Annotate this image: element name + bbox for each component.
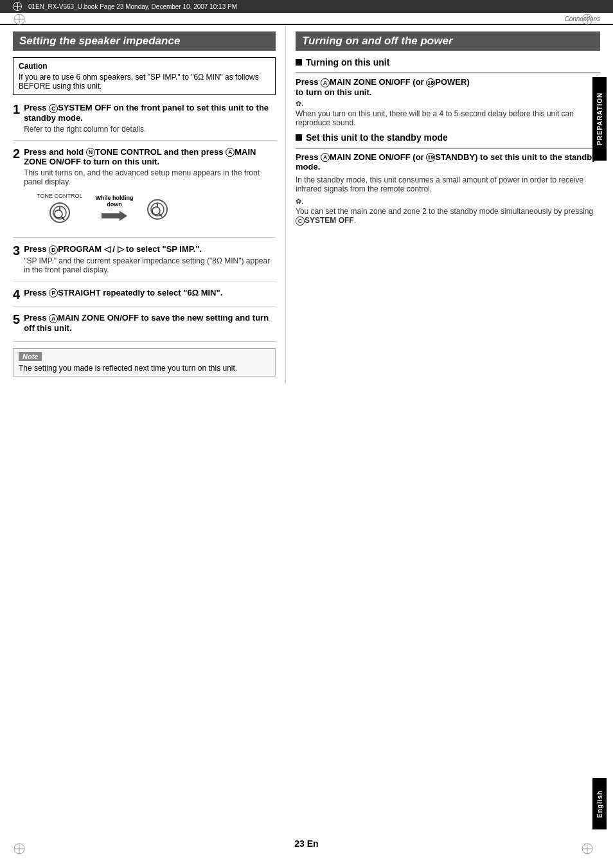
- step-1-desc: Refer to the right column for details.: [24, 125, 276, 134]
- step-3-number: 3: [13, 244, 20, 257]
- circle-a2: A: [49, 314, 58, 323]
- step-1-number: 1: [13, 103, 20, 116]
- note-title: Note: [19, 352, 42, 361]
- page-number: 23 En: [294, 838, 318, 849]
- subsection-title-2: Set this unit to the standby mode: [306, 132, 448, 143]
- connections-header: Connections: [0, 13, 613, 25]
- divider-2: [296, 148, 600, 148]
- body-text-2: In the standby mode, this unit consumes …: [296, 175, 600, 193]
- corner-crosshair-tl: [13, 13, 26, 26]
- step-5: 5 Press AMAIN ZONE ON/OFF to save the ne…: [13, 313, 276, 342]
- subsection-heading-1: Turning on this unit: [296, 57, 600, 67]
- step-4-content: Press PSTRAIGHT repeatedly to select "6Ω…: [24, 288, 276, 300]
- step-3-title: Press DPROGRAM ◁ / ▷ to select "SP IMP."…: [24, 244, 276, 254]
- file-info: 01EN_RX-V563_U.book Page 23 Monday, Dece…: [28, 3, 237, 10]
- svg-point-15: [55, 210, 62, 218]
- right-section-title: Turning on and off the power: [296, 31, 600, 51]
- note-star-1: ✿.: [296, 100, 600, 108]
- caution-text: If you are to use 6 ohm speakers, set "S…: [19, 73, 270, 91]
- press-instruction-1: Press AMAIN ZONE ON/OFF (or 18POWER)to t…: [296, 77, 600, 97]
- circle-d: D: [49, 245, 58, 254]
- english-sidebar: English: [592, 778, 607, 829]
- circle-a: A: [226, 148, 235, 157]
- corner-crosshair-tr: [581, 13, 594, 26]
- left-column: Setting the speaker impedance Caution If…: [10, 25, 286, 383]
- subsection-title-1: Turning on this unit: [306, 57, 389, 67]
- step-1: 1 Press CSYSTEM OFF on the front panel t…: [13, 103, 276, 141]
- caution-title: Caution: [19, 62, 270, 71]
- circle-a4: A: [321, 153, 330, 162]
- step-2-number: 2: [13, 147, 20, 160]
- step-1-title: Press CSYSTEM OFF on the front panel to …: [24, 103, 276, 123]
- step-2: 2 Press and hold NTONE CONTROL and then …: [13, 147, 276, 238]
- circle-a3: A: [321, 78, 330, 87]
- step-5-number: 5: [13, 313, 20, 326]
- arrow-right-icon: [102, 209, 127, 222]
- svg-marker-17: [102, 211, 127, 221]
- note-text-1: When you turn on this unit, there will b…: [296, 109, 600, 127]
- divider-1: [296, 73, 600, 73]
- circle-19: 19: [426, 153, 435, 162]
- circle-p: P: [49, 288, 58, 297]
- note-box: Note The setting you made is reflected n…: [13, 348, 276, 376]
- caution-box: Caution If you are to use 6 ohm speakers…: [13, 57, 276, 95]
- while-holding-label: While holdingdown: [95, 195, 133, 208]
- main-content: Setting the speaker impedance Caution If…: [0, 25, 613, 383]
- top-meta-bar: 01EN_RX-V563_U.book Page 23 Monday, Dece…: [0, 0, 613, 13]
- step-5-content: Press AMAIN ZONE ON/OFF to save the new …: [24, 313, 276, 335]
- circle-18: 18: [426, 78, 435, 87]
- step-2-desc: This unit turns on, and the advanced set…: [24, 168, 276, 186]
- circle-c: C: [49, 104, 58, 113]
- step-4: 4 Press PSTRAIGHT repeatedly to select "…: [13, 288, 276, 307]
- note-text-2: You can set the main zone and zone 2 to …: [296, 207, 600, 226]
- step-5-title: Press AMAIN ZONE ON/OFF to save the new …: [24, 313, 276, 333]
- meta-crosshair: [13, 2, 22, 11]
- illus-knob-right: [146, 196, 169, 221]
- illustration: TONE CONTROL While holdingdown: [37, 193, 276, 224]
- bullet-1: [296, 59, 302, 66]
- press-instruction-2: Press AMAIN ZONE ON/OFF (or 19STANDBY) t…: [296, 152, 600, 172]
- right-column: Turning on and off the power Turning on …: [286, 25, 603, 383]
- step-4-number: 4: [13, 288, 20, 301]
- knob-right-icon: [146, 198, 169, 221]
- circle-n: N: [86, 148, 95, 157]
- preparation-sidebar: PREPARATION: [592, 77, 607, 161]
- bullet-2: [296, 134, 302, 141]
- page-footer: 23 En: [0, 838, 613, 849]
- step-2-content: Press and hold NTONE CONTROL and then pr…: [24, 147, 276, 231]
- subsection-heading-2: Set this unit to the standby mode: [296, 132, 600, 143]
- step-2-title: Press and hold NTONE CONTROL and then pr…: [24, 147, 276, 167]
- knob-left-icon: [48, 201, 71, 224]
- left-section-title: Setting the speaker impedance: [13, 31, 276, 51]
- step-3-content: Press DPROGRAM ◁ / ▷ to select "SP IMP."…: [24, 244, 276, 274]
- step-3-desc: "SP IMP." and the current speaker impeda…: [24, 256, 276, 274]
- illus-while-holding: While holdingdown: [95, 195, 133, 222]
- step-3: 3 Press DPROGRAM ◁ / ▷ to select "SP IMP…: [13, 244, 276, 281]
- illus-knob-left: TONE CONTROL: [37, 193, 82, 224]
- step-1-content: Press CSYSTEM OFF on the front panel to …: [24, 103, 276, 134]
- circle-c2: C: [296, 217, 305, 226]
- note-star-2: ✿.: [296, 197, 600, 206]
- note-text: The setting you made is reflected next t…: [19, 364, 270, 373]
- illus-tone-label: TONE CONTROL: [37, 193, 82, 199]
- svg-point-21: [152, 207, 160, 215]
- step-4-title: Press PSTRAIGHT repeatedly to select "6Ω…: [24, 288, 276, 298]
